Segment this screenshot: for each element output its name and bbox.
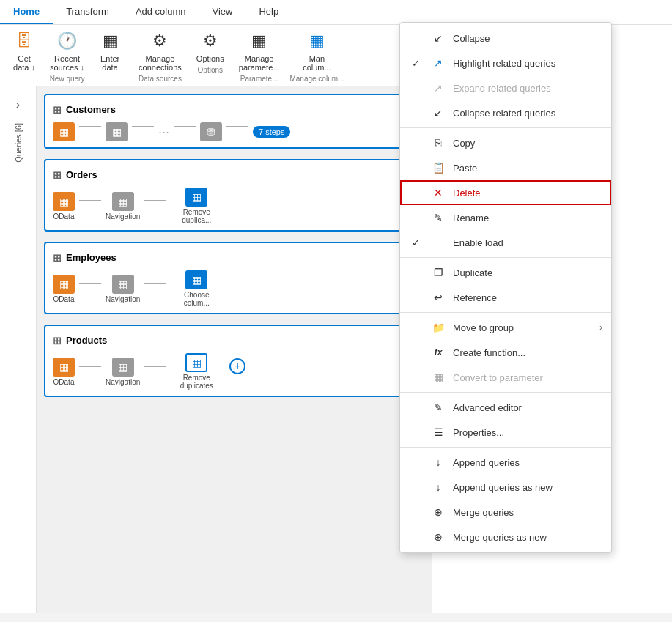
orders-table-icon: ⊞ bbox=[53, 169, 62, 181]
manage-parameters-button[interactable]: ▦ Manageparamete... bbox=[235, 28, 284, 73]
orders-name: Orders bbox=[66, 169, 97, 180]
products-add-btn[interactable]: + bbox=[229, 358, 245, 374]
delete-label: Delete bbox=[453, 188, 481, 199]
products-header: ⊞ Products ⋮ bbox=[53, 332, 416, 349]
customers-filter-icon-node: ⛃ bbox=[200, 122, 222, 141]
get-data-icon: 🗄 bbox=[12, 29, 36, 53]
employees-nav-label: Navigation bbox=[106, 295, 140, 303]
orders-remove-node: ▦ Remove duplica... bbox=[171, 188, 222, 224]
customers-name: Customers bbox=[66, 104, 116, 115]
products-odata-icon: ▦ bbox=[53, 358, 75, 377]
orders-remove-icon: ▦ bbox=[185, 188, 207, 207]
collapse-related-icon: ↙ bbox=[431, 105, 446, 120]
employees-steps: ▦ OData ▦ Navigation ▦ Choose colum... bbox=[53, 270, 416, 307]
employees-name: Employees bbox=[66, 252, 117, 263]
reference-icon: ↩ bbox=[431, 290, 446, 305]
menu-item-reference[interactable]: ↩ Reference bbox=[400, 285, 611, 310]
query-card-orders: ⊞ Orders ⋮ ▦ OData ▦ Navigation ▦ Re bbox=[44, 159, 425, 232]
ribbon-group-data-sources: ⚙ Manageconnections Data sources bbox=[134, 28, 186, 83]
tab-home[interactable]: Home bbox=[0, 0, 53, 24]
manage-columns-label: Mancolum... bbox=[303, 54, 331, 72]
menu-item-move-to-group[interactable]: 📁 Move to group › bbox=[400, 315, 611, 340]
products-remove-label: Remove duplicates bbox=[171, 374, 222, 390]
customers-step-node: ▦ bbox=[53, 122, 75, 141]
manage-columns-icon: ▦ bbox=[305, 29, 328, 53]
manage-connections-button[interactable]: ⚙ Manageconnections bbox=[134, 28, 186, 73]
menu-item-collapse-related[interactable]: ↙ Collapse related queries bbox=[400, 100, 611, 125]
products-odata-node: ▦ OData bbox=[53, 358, 75, 386]
menu-item-rename[interactable]: ✎ Rename bbox=[400, 205, 611, 230]
menu-item-properties[interactable]: ☰ Properties... bbox=[400, 420, 611, 445]
products-connector-2 bbox=[144, 366, 166, 367]
menu-item-copy[interactable]: ⎘ Copy bbox=[400, 130, 611, 155]
reference-label: Reference bbox=[453, 292, 497, 303]
orders-steps: ▦ OData ▦ Navigation ▦ Remove duplica... bbox=[53, 188, 416, 224]
collapse-label: Collapse bbox=[453, 33, 490, 44]
adv-editor-label: Advanced editor bbox=[453, 402, 522, 413]
separator-5 bbox=[400, 447, 611, 448]
convert-param-icon: ▦ bbox=[431, 370, 446, 385]
menu-item-merge-queries[interactable]: ⊕ Merge queries bbox=[400, 500, 611, 525]
manage-parameters-label: Manageparamete... bbox=[239, 54, 280, 72]
tab-add-column[interactable]: Add column bbox=[122, 0, 199, 24]
create-func-icon: fx bbox=[431, 345, 446, 360]
context-menu: ↙ Collapse ✓ ↗ Highlight related queries… bbox=[399, 22, 612, 553]
menu-item-create-function[interactable]: fx Create function... bbox=[400, 340, 611, 365]
employees-connector-1 bbox=[79, 283, 101, 284]
recent-sources-icon: 🕐 bbox=[56, 29, 79, 53]
options-label: Options bbox=[196, 54, 224, 63]
employees-nav-icon: ▦ bbox=[112, 275, 134, 294]
customers-connector-4 bbox=[226, 126, 248, 127]
copy-label: Copy bbox=[453, 138, 475, 149]
merge-new-icon: ⊕ bbox=[431, 530, 446, 544]
enter-data-label: Enterdata bbox=[100, 54, 119, 72]
menu-item-merge-queries-new[interactable]: ⊕ Merge queries as new bbox=[400, 525, 611, 549]
manage-parameters-icon: ▦ bbox=[248, 29, 271, 53]
orders-nav-node: ▦ Navigation bbox=[106, 192, 140, 221]
employees-choose-label: Choose colum... bbox=[171, 291, 222, 307]
customers-connector-2 bbox=[132, 126, 154, 127]
append-new-label: Append queries as new bbox=[453, 482, 553, 493]
menu-item-advanced-editor[interactable]: ✎ Advanced editor bbox=[400, 395, 611, 420]
menu-item-delete[interactable]: ✕ Delete bbox=[400, 180, 611, 205]
customers-steps-badge: 7 steps bbox=[253, 126, 290, 138]
get-data-button[interactable]: 🗄 Getdata ↓ bbox=[6, 28, 43, 73]
menu-item-enable-load[interactable]: ✓ Enable load bbox=[400, 230, 611, 255]
products-nav-label: Navigation bbox=[106, 378, 140, 386]
separator-1 bbox=[400, 127, 611, 128]
menu-item-paste[interactable]: 📋 Paste bbox=[400, 155, 611, 180]
tab-help[interactable]: Help bbox=[245, 0, 292, 24]
products-table-icon: ⊞ bbox=[53, 335, 62, 347]
recent-sources-button[interactable]: 🕐 Recentsources ↓ bbox=[45, 28, 89, 73]
employees-odata-icon: ▦ bbox=[53, 275, 75, 294]
enter-data-button[interactable]: ▦ Enterdata bbox=[92, 28, 128, 73]
menu-item-duplicate[interactable]: ❐ Duplicate bbox=[400, 260, 611, 285]
tab-view[interactable]: View bbox=[199, 0, 246, 24]
append-label: Append queries bbox=[453, 457, 520, 468]
enable-load-label: Enable load bbox=[453, 237, 503, 248]
enter-data-icon: ▦ bbox=[98, 29, 122, 53]
tab-transform[interactable]: Transform bbox=[53, 0, 122, 24]
options-button[interactable]: ⚙ Options bbox=[192, 28, 229, 64]
separator-2 bbox=[400, 257, 611, 258]
menu-item-append-queries[interactable]: ↓ Append queries bbox=[400, 450, 611, 475]
ribbon-group-new-query: 🗄 Getdata ↓ 🕐 Recentsources ↓ ▦ Enterdat… bbox=[6, 28, 128, 83]
highlight-check: ✓ bbox=[412, 58, 424, 69]
convert-param-label: Convert to parameter bbox=[453, 372, 543, 383]
sidebar-toggle[interactable]: › bbox=[12, 94, 24, 116]
menu-item-collapse[interactable]: ↙ Collapse bbox=[400, 26, 611, 51]
manage-columns-button[interactable]: ▦ Mancolum... bbox=[298, 28, 336, 73]
duplicate-label: Duplicate bbox=[453, 267, 492, 278]
employees-header: ⊞ Employees ⋮ bbox=[53, 249, 416, 266]
menu-item-append-queries-new[interactable]: ↓ Append queries as new bbox=[400, 475, 611, 500]
orders-remove-label: Remove duplica... bbox=[171, 208, 222, 224]
customers-steps: ▦ ▦ ··· ⛃ 7 steps bbox=[53, 122, 416, 141]
orders-odata-label: OData bbox=[53, 212, 75, 221]
collapse-icon: ↙ bbox=[431, 31, 446, 45]
menu-item-highlight-related[interactable]: ✓ ↗ Highlight related queries bbox=[400, 51, 611, 75]
employees-connector-2 bbox=[144, 283, 166, 284]
options-group-label: Options bbox=[192, 66, 229, 74]
sidebar: › Queries [6] bbox=[0, 86, 37, 613]
highlight-icon: ↗ bbox=[431, 56, 446, 70]
orders-connector-2 bbox=[144, 200, 166, 201]
